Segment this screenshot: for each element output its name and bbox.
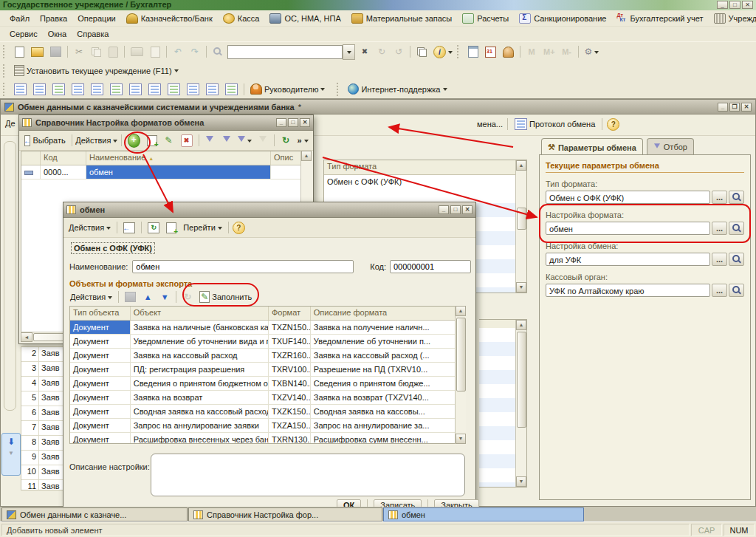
fill-button[interactable]: ✎Заполнить xyxy=(197,290,254,304)
menu-section-item[interactable]: Касса xyxy=(218,12,265,25)
tab-filter[interactable]: Отбор xyxy=(647,138,694,155)
export-format-row[interactable]: Документ Сводная заявка на кассовый расх… xyxy=(70,405,461,419)
edit-button[interactable]: ✎ xyxy=(162,133,176,148)
filter-menu-button[interactable] xyxy=(236,133,253,148)
clear-search-button[interactable]: ✖ xyxy=(357,44,372,59)
minimize-button[interactable]: _ xyxy=(439,205,449,214)
field-value[interactable]: УФК по Алтайскому краю xyxy=(546,284,710,297)
journal-row[interactable]: 7 Заяв xyxy=(21,421,67,436)
ellipsis-button[interactable]: ... xyxy=(712,253,727,266)
collapsed-side-panel[interactable] xyxy=(4,141,16,411)
field-value[interactable]: для УФК xyxy=(546,253,710,266)
scroll-thumb[interactable] xyxy=(456,318,466,391)
format-type-link[interactable]: Обмен с ОФК (УФК) xyxy=(71,242,155,254)
scroll-left-button[interactable]: ◄ xyxy=(21,332,32,342)
goto-menu-button[interactable]: Перейти xyxy=(181,220,224,235)
window-tab[interactable]: Обмен данными с казначе... xyxy=(1,507,188,521)
filter-button[interactable] xyxy=(219,133,234,148)
menu-section-item[interactable]: Санкционирование xyxy=(514,12,611,25)
vertical-scrollbar[interactable]: ▲ ▼ xyxy=(515,160,526,293)
export-format-row[interactable]: Документ Заявка на кассовый расход TXZR1… xyxy=(70,349,461,363)
toolbar-grip[interactable] xyxy=(3,83,7,96)
memory-recall-button[interactable]: M xyxy=(524,44,539,59)
scroll-down-button[interactable]: ▼ xyxy=(516,282,526,293)
journal-button[interactable] xyxy=(69,82,86,97)
actions-menu-button[interactable]: Действия xyxy=(68,290,114,304)
find-prev-button[interactable]: ↺ xyxy=(391,44,406,59)
column-format[interactable]: Формат xyxy=(269,307,311,320)
journal-button[interactable] xyxy=(127,82,144,97)
restore-button[interactable]: ❒ xyxy=(729,103,740,112)
move-up-button[interactable]: ▲ xyxy=(140,290,155,304)
find-next-button[interactable]: ↻ xyxy=(374,44,389,59)
lookup-button[interactable] xyxy=(729,253,744,266)
column-marker[interactable] xyxy=(21,151,41,165)
maximize-button[interactable]: □ xyxy=(450,205,461,214)
print-preview-button[interactable] xyxy=(148,44,162,59)
column-object[interactable]: Объект xyxy=(131,307,269,320)
exchange-window-titlebar[interactable]: Обмен данными с казначейскими системами … xyxy=(1,100,755,114)
scroll-thumb[interactable] xyxy=(517,332,526,428)
journal-row[interactable]: 6 Заяв xyxy=(21,406,67,421)
filter-clear-button[interactable] xyxy=(255,133,270,148)
delete-button[interactable]: ✖ xyxy=(179,133,195,148)
window-tab[interactable]: обмен xyxy=(383,507,584,521)
copy-button[interactable] xyxy=(89,44,103,59)
scroll-up-button[interactable]: ▲ xyxy=(456,306,466,316)
journal-button[interactable] xyxy=(50,82,67,97)
menu-section-item[interactable]: Бухгалтерский учет xyxy=(611,12,708,25)
back-button[interactable]: ↶ xyxy=(171,44,185,59)
internet-support-button[interactable]: Интернет-поддержка xyxy=(346,82,449,97)
manager-menu-button[interactable]: Руководителю xyxy=(248,82,327,97)
close-button[interactable]: ✕ xyxy=(462,205,472,214)
scroll-up-button[interactable]: ▲ xyxy=(301,151,312,161)
toolbar-grip[interactable] xyxy=(3,64,7,78)
paste-button[interactable] xyxy=(106,44,120,59)
calendar-button[interactable] xyxy=(483,44,498,59)
menu-section-item[interactable]: Материальные запасы xyxy=(346,12,458,25)
copy-add-button[interactable] xyxy=(164,220,179,235)
add-copy-button[interactable] xyxy=(145,133,159,148)
journal-row[interactable]: 9 Заяв xyxy=(21,451,67,465)
minimize-button[interactable]: _ xyxy=(718,103,728,112)
menu-item[interactable]: Сервис xyxy=(4,28,43,40)
actions-menu-button[interactable]: Действия xyxy=(66,220,113,235)
minimize-button[interactable]: _ xyxy=(717,1,728,9)
export-format-row[interactable]: Документ Сведения о принятом бюджетном о… xyxy=(70,377,461,391)
exchange-settings-button-partial[interactable]: мена... xyxy=(477,120,503,129)
field-value[interactable]: Обмен с ОФК (УФК) xyxy=(546,191,710,204)
scroll-up-button[interactable]: ▲ xyxy=(516,160,526,171)
close-button[interactable]: ✕ xyxy=(741,103,752,112)
spravochnik-row[interactable]: 0000... обмен xyxy=(21,165,301,179)
journal-row[interactable]: 10 Заяв xyxy=(21,465,67,480)
refresh-button[interactable]: ↻ xyxy=(278,133,293,148)
export-format-row[interactable]: Документ Уведомление об уточнении вида и… xyxy=(70,335,461,349)
journal-row[interactable]: 5 Заяв xyxy=(21,391,67,406)
filter-add-button[interactable] xyxy=(202,133,217,148)
write-close-button[interactable] xyxy=(121,220,137,235)
column-code[interactable]: Код xyxy=(41,151,86,165)
menu-edit[interactable]: Правка xyxy=(35,13,72,24)
column-format-type[interactable]: Тип формата xyxy=(324,160,526,174)
journal-row[interactable]: 2 Заяв xyxy=(21,347,67,362)
save-button[interactable] xyxy=(123,290,138,304)
memory-add-button[interactable]: M+ xyxy=(541,44,557,59)
help-icon[interactable]: ? xyxy=(607,118,619,131)
journal-button[interactable] xyxy=(31,82,48,97)
refresh-button[interactable]: ↻ xyxy=(180,290,195,304)
column-name[interactable]: Наименование▲ xyxy=(86,151,271,165)
menu-file[interactable]: Файл xyxy=(4,13,35,24)
menu-item[interactable]: Окна xyxy=(43,28,72,40)
tab-exchange-parameters[interactable]: ⚒ Параметры обмена xyxy=(541,138,643,156)
export-format-row[interactable]: Документ Расшифровка внесенных через бан… xyxy=(70,433,461,444)
lookup-button[interactable] xyxy=(729,284,744,297)
spravochnik-titlebar[interactable]: Справочник Настройка форматов обмена _ □… xyxy=(19,115,313,131)
ellipsis-button[interactable]: ... xyxy=(712,191,727,204)
journal-button[interactable] xyxy=(12,82,29,97)
calculator-button[interactable] xyxy=(466,44,481,59)
ellipsis-button[interactable]: ... xyxy=(712,284,727,297)
user-permissions-button[interactable] xyxy=(501,44,516,59)
journal-button[interactable] xyxy=(204,82,221,97)
select-button[interactable]: Выбрать xyxy=(22,133,68,148)
column-format-description[interactable]: Описание формата xyxy=(311,307,461,320)
